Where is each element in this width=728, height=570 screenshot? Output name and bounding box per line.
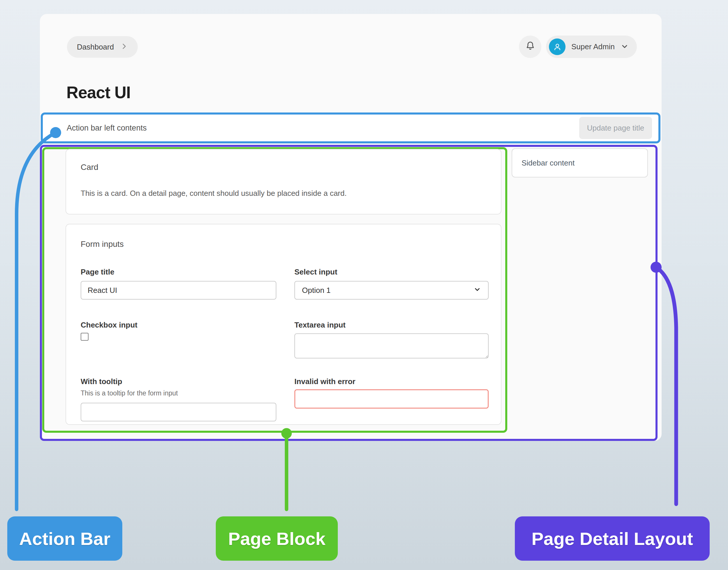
card-body-text: This is a card. On a detail page, conten… [81, 189, 346, 198]
breadcrumb[interactable]: Dashboard [67, 36, 138, 58]
select-input[interactable]: Option 1 [294, 281, 489, 300]
breadcrumb-label: Dashboard [77, 42, 114, 52]
select-field-label: Select input [294, 268, 337, 277]
sidebar-content-text: Sidebar content [522, 159, 575, 168]
user-menu-label: Super Admin [571, 42, 615, 51]
chevron-right-icon [120, 42, 128, 51]
user-menu[interactable]: Super Admin [546, 36, 637, 58]
sidebar-card: Sidebar content [512, 148, 648, 178]
page-title: React UI [66, 83, 130, 102]
card: Card This is a card. On a detail page, c… [65, 149, 502, 215]
select-value: Option 1 [302, 286, 330, 295]
textarea-input[interactable] [294, 333, 489, 358]
invalid-input[interactable] [294, 389, 489, 408]
chevron-down-icon [621, 42, 629, 52]
invalid-field-label: Invalid with error [294, 377, 355, 386]
notifications-button[interactable] [519, 36, 541, 58]
select-chevron-icon [474, 286, 481, 295]
checkbox-input[interactable] [81, 333, 88, 341]
page-block-annotation-label: Page Block [216, 516, 338, 561]
card-title: Card [81, 163, 98, 172]
tooltip-input[interactable] [81, 403, 276, 421]
form-card-title: Form inputs [81, 240, 124, 249]
tooltip-field-label: With tooltip [81, 377, 122, 386]
update-page-title-button[interactable]: Update page title [579, 117, 652, 139]
checkbox-field-label: Checkbox input [81, 321, 137, 330]
tooltip-text: This is a tooltip for the form input [81, 389, 178, 397]
action-bar-left-text: Action bar left contents [67, 123, 147, 132]
textarea-field-label: Textarea input [294, 321, 345, 330]
action-bar: Action bar left contents Update page tit… [41, 112, 660, 144]
avatar [549, 38, 566, 55]
page-title-input[interactable] [81, 281, 276, 300]
bell-icon [525, 40, 536, 53]
form-card: Form inputs Page title Select input Opti… [65, 224, 502, 425]
page-title-field-label: Page title [81, 268, 114, 277]
page-detail-layout-annotation-label: Page Detail Layout [515, 516, 710, 561]
action-bar-annotation-label: Action Bar [7, 516, 122, 561]
